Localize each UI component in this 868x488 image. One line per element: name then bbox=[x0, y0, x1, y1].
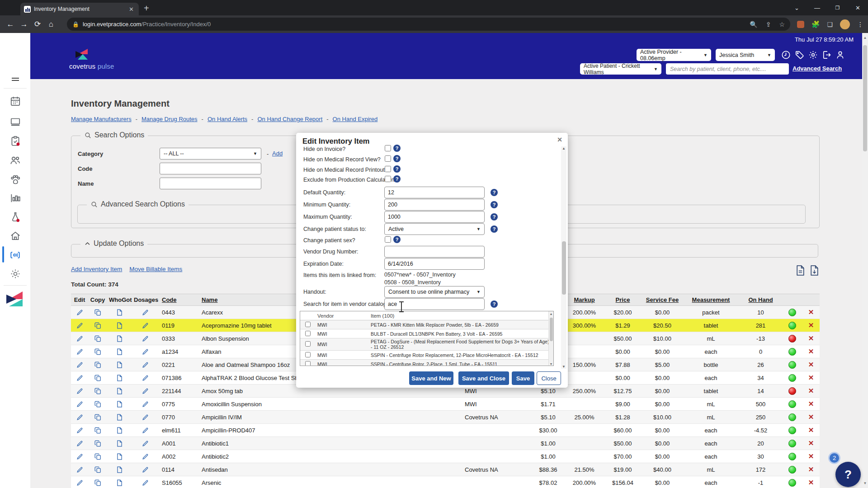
whogot-document-icon[interactable] bbox=[107, 361, 132, 369]
scroll-up-icon[interactable]: ▲ bbox=[549, 312, 553, 315]
logout-icon[interactable] bbox=[821, 50, 832, 60]
scrollbar-thumb[interactable] bbox=[863, 45, 867, 151]
vendor-item-checkbox[interactable] bbox=[305, 361, 311, 366]
edit-pencil-icon[interactable] bbox=[71, 479, 88, 487]
settings-gear-icon[interactable] bbox=[808, 50, 818, 60]
vendor-column-header[interactable]: Vendor bbox=[316, 313, 369, 319]
exclude-prod-checkbox[interactable] bbox=[385, 176, 391, 182]
help-chat-button[interactable]: ? bbox=[835, 462, 861, 487]
copy-icon[interactable] bbox=[88, 400, 107, 408]
tab-search-icon[interactable]: ⌄ bbox=[787, 0, 807, 15]
sidebar-item-calendar[interactable] bbox=[0, 95, 30, 107]
patient-sex-checkbox[interactable] bbox=[385, 236, 391, 243]
delete-x-icon[interactable]: ✕ bbox=[802, 334, 820, 343]
help-icon[interactable]: ? bbox=[491, 300, 498, 308]
copy-icon[interactable] bbox=[88, 453, 107, 460]
name-input[interactable] bbox=[160, 178, 261, 189]
vendor-item-checkbox[interactable] bbox=[305, 322, 311, 327]
edit-pencil-icon[interactable] bbox=[71, 466, 88, 474]
close-button[interactable]: Close bbox=[537, 371, 561, 385]
nav-link[interactable]: On Hand Change Report bbox=[257, 116, 322, 122]
code-input[interactable] bbox=[160, 163, 261, 174]
dosages-pencil-icon[interactable] bbox=[132, 479, 158, 487]
delete-x-icon[interactable]: ✕ bbox=[802, 374, 820, 382]
active-provider-select[interactable]: Active Provider - 08.06emp▼ bbox=[637, 49, 711, 61]
dosages-pencil-icon[interactable] bbox=[132, 427, 158, 434]
sidebar-item-reports[interactable] bbox=[0, 192, 30, 204]
sidebar-item-patients[interactable] bbox=[0, 173, 30, 185]
add-category-link[interactable]: Add bbox=[272, 150, 283, 157]
hamburger-menu-icon[interactable] bbox=[0, 75, 30, 85]
edit-pencil-icon[interactable] bbox=[71, 348, 88, 356]
extension-icon[interactable] bbox=[797, 21, 804, 28]
global-search-input[interactable] bbox=[666, 63, 789, 75]
whogot-document-icon[interactable] bbox=[107, 322, 132, 329]
help-icon[interactable]: ? bbox=[491, 213, 498, 221]
max-qty-input[interactable] bbox=[384, 211, 485, 223]
delete-x-icon[interactable]: ✕ bbox=[802, 321, 820, 329]
move-billable-items-link[interactable]: Move Billable Items bbox=[129, 266, 182, 272]
delete-x-icon[interactable]: ✕ bbox=[802, 426, 820, 434]
maximize-button[interactable]: ❐ bbox=[827, 0, 848, 15]
scroll-down-icon[interactable]: ▼ bbox=[862, 481, 868, 485]
nav-link[interactable]: Manage Drug Routes bbox=[142, 116, 198, 122]
whogot-document-icon[interactable] bbox=[107, 400, 132, 408]
delete-x-icon[interactable]: ✕ bbox=[802, 479, 820, 487]
whogot-document-icon[interactable] bbox=[107, 453, 132, 460]
vendor-item-checkbox[interactable] bbox=[305, 352, 311, 357]
edit-pencil-icon[interactable] bbox=[71, 374, 88, 382]
copy-icon[interactable] bbox=[88, 335, 107, 343]
handout-select[interactable]: Consent to use online pharmacy▼ bbox=[384, 286, 485, 298]
delete-x-icon[interactable]: ✕ bbox=[802, 400, 820, 408]
user-profile-icon[interactable] bbox=[835, 50, 845, 60]
back-button[interactable]: ← bbox=[4, 20, 17, 29]
hide-invoice-checkbox[interactable] bbox=[385, 145, 391, 151]
user-select[interactable]: Jessica Smith▼ bbox=[716, 49, 775, 61]
edit-pencil-icon[interactable] bbox=[71, 400, 88, 408]
sort-on-hand[interactable]: On Hand bbox=[739, 296, 782, 303]
scroll-up-icon[interactable]: ▲ bbox=[862, 36, 868, 40]
edit-pencil-icon[interactable] bbox=[71, 427, 88, 434]
browser-menu-icon[interactable]: ⋮ bbox=[857, 21, 863, 28]
patient-status-select[interactable]: Active▼ bbox=[384, 223, 485, 235]
share-icon[interactable]: ⇪ bbox=[766, 21, 771, 28]
dosages-pencil-icon[interactable] bbox=[132, 335, 158, 343]
copy-icon[interactable] bbox=[88, 374, 107, 382]
whogot-document-icon[interactable] bbox=[107, 387, 132, 395]
dosages-pencil-icon[interactable] bbox=[132, 453, 158, 460]
puzzle-extensions-icon[interactable]: 🧩 bbox=[811, 20, 820, 28]
help-icon[interactable]: ? bbox=[393, 145, 401, 152]
tag-icon[interactable] bbox=[794, 50, 805, 60]
whogot-document-icon[interactable] bbox=[107, 427, 132, 434]
scroll-down-icon[interactable]: ▼ bbox=[561, 365, 566, 369]
help-icon[interactable]: ? bbox=[491, 189, 498, 196]
vendor-drug-input[interactable] bbox=[384, 246, 485, 258]
export-file-alt-icon[interactable] bbox=[810, 265, 819, 276]
scroll-down-icon[interactable]: ▼ bbox=[549, 362, 553, 366]
active-patient-select[interactable]: Active Patient - Crickett Williams▼ bbox=[580, 63, 661, 75]
whogot-document-icon[interactable] bbox=[107, 374, 132, 382]
nav-link[interactable]: Manage Manufacturers bbox=[71, 116, 132, 122]
min-qty-input[interactable] bbox=[384, 199, 485, 211]
sidebar-item-whiteboard[interactable] bbox=[0, 116, 30, 127]
copy-icon[interactable] bbox=[88, 479, 107, 487]
minimize-button[interactable]: — bbox=[807, 0, 827, 15]
sidebar-item-inventory[interactable] bbox=[0, 249, 30, 261]
window-close-button[interactable]: ✕ bbox=[848, 0, 868, 15]
help-icon[interactable]: ? bbox=[393, 165, 401, 173]
whogot-document-icon[interactable] bbox=[107, 479, 132, 487]
dosages-pencil-icon[interactable] bbox=[132, 400, 158, 408]
delete-x-icon[interactable]: ✕ bbox=[802, 361, 820, 369]
dosages-pencil-icon[interactable] bbox=[132, 361, 158, 369]
nav-link[interactable]: On Hand Alerts bbox=[208, 116, 247, 122]
modal-scrollbar[interactable]: ▲ ▼ bbox=[561, 146, 566, 369]
add-inventory-item-link[interactable]: Add Inventory Item bbox=[71, 266, 122, 272]
delete-x-icon[interactable]: ✕ bbox=[802, 413, 820, 421]
delete-x-icon[interactable]: ✕ bbox=[802, 439, 820, 447]
sort-price[interactable]: Price bbox=[604, 296, 642, 303]
dosages-pencil-icon[interactable] bbox=[132, 322, 158, 329]
delete-x-icon[interactable]: ✕ bbox=[802, 308, 820, 316]
delete-x-icon[interactable]: ✕ bbox=[802, 452, 820, 460]
edit-pencil-icon[interactable] bbox=[71, 413, 88, 421]
whogot-document-icon[interactable] bbox=[107, 440, 132, 447]
